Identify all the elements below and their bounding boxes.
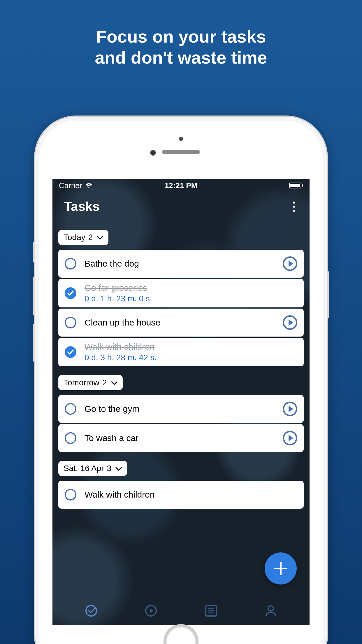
task-title: Go for groceries [85,283,297,293]
nav-timer-tab[interactable] [143,603,159,618]
svg-rect-1 [290,184,300,187]
task-body: Bathe the dog [85,259,275,269]
play-button[interactable] [283,402,297,416]
task-list: Walk with children [58,481,304,509]
section-label: Tomorrow [64,378,99,387]
play-icon [289,260,293,267]
section-chip[interactable]: Today2 [58,230,108,245]
wifi-icon [85,182,93,189]
nav-tasks-tab[interactable] [84,603,99,618]
checkbox-empty-icon[interactable] [65,403,76,415]
checkbox-empty-icon[interactable] [65,432,76,444]
bottom-nav [52,596,310,625]
task-item[interactable]: To wash a car [58,424,304,452]
promo-headline: Focus on your tasks and don't waste time [0,0,362,68]
section-count: 3 [107,464,112,473]
play-button[interactable] [283,256,297,271]
chevron-down-icon [115,464,122,473]
task-body: Go to the gym [85,404,275,414]
front-camera [150,150,156,156]
task-item[interactable]: Clean up the house [58,309,304,337]
status-left: Carrier [59,181,93,190]
play-icon [289,319,293,326]
task-body: Clean up the house [85,318,275,328]
task-title: Bathe the dog [85,259,275,269]
section-label: Today [64,233,85,242]
more-menu-button[interactable] [290,199,298,215]
task-item[interactable]: Walk with children [58,481,304,509]
checkbox-checked-icon[interactable] [65,346,76,358]
task-item[interactable]: Go for groceries0 d. 1 h. 23 m. 0 s. [58,279,304,307]
task-list: Go to the gymTo wash a car [58,395,304,452]
app-screen: Carrier 12:21 PM Tasks Today2Bathe the d… [52,179,310,625]
task-duration: 0 d. 1 h. 23 m. 0 s. [85,294,297,303]
phone-bezel: Carrier 12:21 PM Tasks Today2Bathe the d… [39,121,323,644]
task-duration: 0 d. 3 h. 28 m. 42 s. [85,353,297,362]
checkbox-checked-icon[interactable] [65,287,76,299]
task-body: Go for groceries0 d. 1 h. 23 m. 0 s. [85,283,297,303]
section-count: 2 [88,233,93,242]
task-list: Bathe the dogGo for groceries0 d. 1 h. 2… [58,250,304,366]
section-count: 2 [102,378,107,387]
page-title: Tasks [64,199,100,214]
battery-icon [289,182,303,189]
status-time: 12:21 PM [165,181,198,190]
home-button[interactable] [164,624,198,644]
task-body: Walk with children0 d. 3 h. 28 m. 42 s. [85,342,297,362]
promo-line-1: Focus on your tasks [0,26,362,47]
add-task-button[interactable] [265,552,297,584]
svg-point-3 [86,606,96,616]
chevron-down-icon [97,233,103,242]
svg-rect-2 [302,184,303,187]
phone-volume-up [33,277,35,315]
task-title: Go to the gym [85,404,275,414]
phone-speaker [162,150,200,154]
task-item[interactable]: Go to the gym [58,395,304,423]
task-title: To wash a car [85,433,275,443]
play-button[interactable] [283,431,297,445]
section-chip[interactable]: Sat, 16 Apr3 [58,461,127,476]
task-title: Clean up the house [85,318,275,328]
plus-icon [280,562,282,575]
task-title: Walk with children [85,342,297,352]
play-icon [289,435,293,441]
task-item[interactable]: Walk with children0 d. 3 h. 28 m. 42 s. [58,338,304,366]
nav-list-tab[interactable] [203,603,219,618]
task-content[interactable]: Today2Bathe the dogGo for groceries0 d. … [52,221,310,596]
phone-mute-switch [33,242,35,262]
checkbox-empty-icon[interactable] [65,489,76,501]
checkbox-empty-icon[interactable] [65,258,76,270]
phone-volume-down [33,324,35,362]
chevron-down-icon [111,378,117,387]
proximity-sensor [179,137,183,141]
nav-profile-tab[interactable] [263,603,278,618]
play-button[interactable] [283,315,297,330]
svg-point-9 [268,606,273,611]
section-label: Sat, 16 Apr [64,464,104,473]
carrier-label: Carrier [59,181,82,190]
section-chip[interactable]: Tomorrow2 [58,375,123,390]
promo-line-2: and don't waste time [0,47,362,68]
task-title: Walk with children [85,490,297,500]
status-bar: Carrier 12:21 PM [52,179,310,192]
task-body: To wash a car [85,433,275,443]
phone-frame: Carrier 12:21 PM Tasks Today2Bathe the d… [35,117,327,644]
phone-power-button [327,271,329,318]
task-body: Walk with children [85,490,297,500]
checkbox-empty-icon[interactable] [65,317,76,328]
task-item[interactable]: Bathe the dog [58,250,304,278]
play-icon [289,406,293,412]
nav-bar: Tasks [52,192,310,221]
